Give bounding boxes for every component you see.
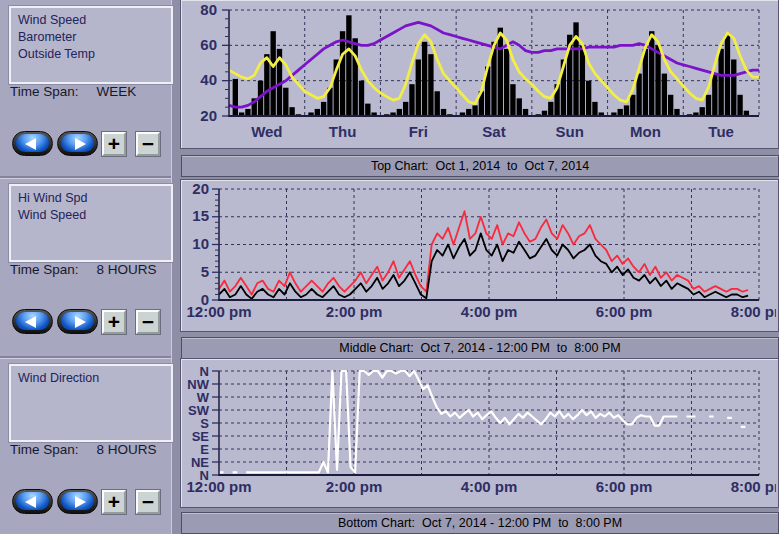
svg-text:8:00 pm: 8:00 pm bbox=[731, 478, 776, 495]
right-arrow-icon bbox=[75, 138, 86, 150]
bottom-chart-dataset-list[interactable]: Wind Direction bbox=[9, 364, 173, 442]
svg-text:40: 40 bbox=[200, 71, 217, 88]
svg-text:6:00 pm: 6:00 pm bbox=[596, 303, 653, 320]
scroll-forward-button[interactable] bbox=[57, 131, 98, 156]
svg-text:15: 15 bbox=[192, 207, 209, 224]
sidebar: Wind Speed Barometer Outside Temp Time S… bbox=[0, 0, 172, 534]
svg-text:2:00 pm: 2:00 pm bbox=[326, 303, 383, 320]
svg-text:8:00 pm: 8:00 pm bbox=[731, 303, 776, 320]
top-chart-status: Top Chart: Oct 1, 2014 to Oct 7, 2014 bbox=[181, 155, 779, 177]
svg-text:Sun: Sun bbox=[556, 123, 584, 140]
scroll-back-button[interactable] bbox=[12, 131, 53, 156]
svg-text:60: 60 bbox=[200, 36, 217, 53]
svg-text:10: 10 bbox=[192, 235, 209, 252]
bottom-chart-status: Bottom Chart: Oct 7, 2014 - 12:00 PM to … bbox=[181, 512, 779, 534]
time-span-value: WEEK bbox=[97, 84, 137, 99]
dataset-label: Hi Wind Spd bbox=[18, 190, 164, 207]
top-chart-dataset-list[interactable]: Wind Speed Barometer Outside Temp bbox=[9, 6, 173, 84]
left-arrow-icon bbox=[25, 496, 36, 508]
middle-chart-controls: Hi Wind Spd Wind Speed Time Span:8 HOURS… bbox=[0, 178, 171, 354]
scroll-back-button[interactable] bbox=[12, 309, 53, 334]
dataset-label: Wind Speed bbox=[18, 207, 164, 224]
middle-chart-status: Middle Chart: Oct 7, 2014 - 12:00 PM to … bbox=[181, 337, 779, 359]
time-span-label: Time Span: bbox=[10, 84, 79, 99]
top-chart: 20406080WedThuFriSatSunMonTue bbox=[180, 0, 779, 149]
time-span-row: Time Span:WEEK bbox=[10, 84, 136, 99]
svg-text:Thu: Thu bbox=[329, 123, 357, 140]
dataset-label: Wind Direction bbox=[18, 370, 164, 387]
zoom-out-button[interactable]: − bbox=[136, 310, 160, 334]
svg-text:20: 20 bbox=[192, 180, 209, 197]
svg-text:12:00 pm: 12:00 pm bbox=[186, 478, 251, 495]
zoom-out-button[interactable]: − bbox=[136, 490, 160, 514]
svg-text:Wed: Wed bbox=[251, 123, 282, 140]
svg-text:NW: NW bbox=[187, 377, 209, 392]
time-span-row: Time Span:8 HOURS bbox=[10, 442, 157, 457]
time-span-label: Time Span: bbox=[10, 262, 79, 277]
svg-text:6:00 pm: 6:00 pm bbox=[596, 478, 653, 495]
time-span-value: 8 HOURS bbox=[97, 442, 157, 457]
middle-chart-dataset-list[interactable]: Hi Wind Spd Wind Speed bbox=[9, 184, 173, 262]
svg-text:N: N bbox=[200, 364, 209, 379]
svg-text:12:00 pm: 12:00 pm bbox=[186, 303, 251, 320]
svg-text:80: 80 bbox=[200, 1, 217, 18]
svg-text:W: W bbox=[197, 390, 210, 405]
svg-text:S: S bbox=[200, 416, 209, 431]
zoom-in-button[interactable]: + bbox=[102, 132, 126, 156]
zoom-in-button[interactable]: + bbox=[102, 310, 126, 334]
right-arrow-icon bbox=[75, 316, 86, 328]
weather-app-window: Wind Speed Barometer Outside Temp Time S… bbox=[0, 0, 779, 534]
dataset-label: Barometer bbox=[18, 29, 164, 46]
svg-text:NE: NE bbox=[191, 455, 209, 470]
time-span-row: Time Span:8 HOURS bbox=[10, 262, 157, 277]
scroll-forward-button[interactable] bbox=[57, 309, 98, 334]
bottom-chart-controls: Wind Direction Time Span:8 HOURS + − bbox=[0, 358, 171, 534]
svg-text:SW: SW bbox=[188, 403, 210, 418]
svg-text:Fri: Fri bbox=[409, 123, 428, 140]
left-arrow-icon bbox=[25, 316, 36, 328]
svg-text:4:00 pm: 4:00 pm bbox=[461, 303, 518, 320]
zoom-out-button[interactable]: − bbox=[136, 132, 160, 156]
svg-text:E: E bbox=[200, 442, 209, 457]
right-arrow-icon bbox=[75, 496, 86, 508]
left-arrow-icon bbox=[25, 138, 36, 150]
svg-text:2:00 pm: 2:00 pm bbox=[326, 478, 383, 495]
time-span-label: Time Span: bbox=[10, 442, 79, 457]
svg-text:Mon: Mon bbox=[630, 123, 661, 140]
svg-text:4:00 pm: 4:00 pm bbox=[461, 478, 518, 495]
top-chart-controls: Wind Speed Barometer Outside Temp Time S… bbox=[0, 0, 171, 176]
dataset-label: Outside Temp bbox=[18, 46, 164, 63]
scroll-back-button[interactable] bbox=[12, 489, 53, 514]
svg-text:SE: SE bbox=[192, 429, 210, 444]
svg-text:Sat: Sat bbox=[482, 123, 505, 140]
svg-text:20: 20 bbox=[200, 107, 217, 124]
svg-text:5: 5 bbox=[201, 263, 209, 280]
zoom-in-button[interactable]: + bbox=[102, 490, 126, 514]
time-span-value: 8 HOURS bbox=[97, 262, 157, 277]
scroll-forward-button[interactable] bbox=[57, 489, 98, 514]
svg-text:Tue: Tue bbox=[708, 123, 734, 140]
dataset-label: Wind Speed bbox=[18, 12, 164, 29]
middle-chart: 0510152012:00 pm2:00 pm4:00 pm6:00 pm8:0… bbox=[180, 179, 779, 332]
bottom-chart: NNEESESSWWNWN12:00 pm2:00 pm4:00 pm6:00 … bbox=[180, 358, 779, 508]
